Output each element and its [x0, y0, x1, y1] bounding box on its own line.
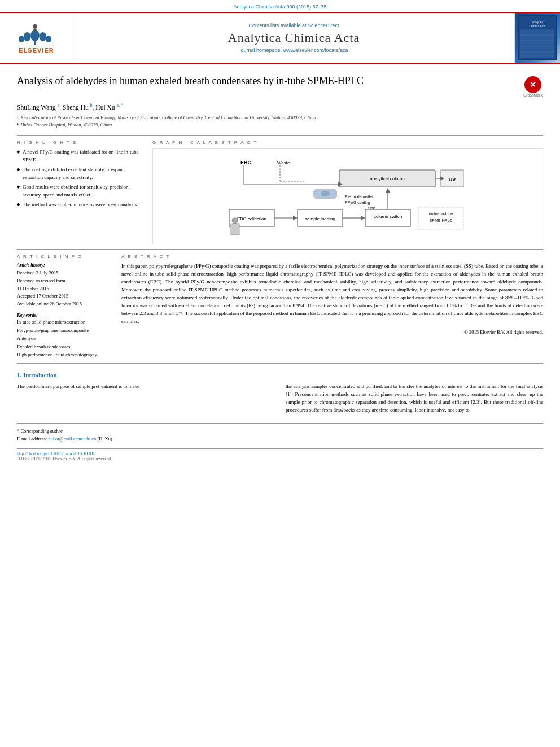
svg-rect-11	[520, 29, 554, 58]
available-date: Available online 26 October 2015	[17, 300, 110, 308]
homepage-url[interactable]: www.elsevier.com/locate/aca	[283, 47, 348, 53]
crossmark-label: CrossMark	[523, 93, 542, 97]
keyword-1: In-tube solid-phase microextraction	[17, 318, 110, 326]
footnotes: * Corresponding author. E-mail address: …	[17, 423, 543, 443]
publisher-logo: ELSEVIER	[0, 13, 73, 63]
science-direct-link: Contents lists available at ScienceDirec…	[248, 23, 339, 28]
article-title-section: Analysis of aldehydes in human exhaled b…	[17, 74, 543, 97]
ga-svg: EBC collection sample loading column swi…	[226, 153, 469, 241]
svg-text:SPME-HPLC: SPME-HPLC	[430, 219, 453, 222]
journal-main-title: Analytica Chimica Acta	[228, 30, 360, 45]
intro-right-col: the analysis samples concentrated and pu…	[286, 383, 543, 414]
intro-left-col: The predominant purpose of sample pretre…	[17, 383, 274, 414]
divider-2	[17, 249, 543, 250]
cover-svg: Analytica Chimica Acta	[518, 15, 557, 60]
section-number: 1.	[17, 372, 21, 378]
abstract-heading: A B S T R A C T	[121, 254, 543, 259]
doi-link[interactable]: http://dx.doi.org/10.1016/j.aca.2015.10.…	[17, 451, 543, 456]
introduction-section: 1. Introduction The predominant purpose …	[17, 372, 543, 414]
list-item: The coating exhibited excellent stabilit…	[17, 166, 141, 181]
graphical-abstract-heading: G R A P H I C A L A B S T R A C T	[152, 140, 543, 145]
article-history-label: Article history:	[17, 263, 110, 268]
svg-text:analytical column: analytical column	[370, 176, 404, 181]
list-item: The method was applied in non-invasive b…	[17, 201, 141, 209]
keyword-3: Aldehyde	[17, 334, 110, 342]
issn-line: 0003-2670/© 2015 Elsevier B.V. All right…	[17, 456, 543, 461]
journal-homepage: journal homepage: www.elsevier.com/locat…	[239, 47, 348, 53]
graphical-abstract-col: G R A P H I C A L A B S T R A C T EBC co…	[152, 140, 543, 244]
svg-marker-23	[361, 216, 365, 220]
intro-right-text: the analysis samples concentrated and pu…	[286, 383, 543, 414]
svg-text:Waste: Waste	[277, 160, 290, 165]
svg-text:Chimica Acta: Chimica Acta	[529, 24, 545, 28]
email-row: E-mail address: huixu@mail.ccnu.edu.cn (…	[17, 435, 543, 443]
abstract-col: A B S T R A C T In this paper, polypyrro…	[121, 254, 543, 359]
svg-text:Electrodeposited: Electrodeposited	[345, 195, 374, 199]
svg-point-3	[40, 32, 46, 41]
abstract-text: In this paper, polypyrrole/graphene (PPy…	[121, 263, 543, 326]
svg-point-5	[46, 36, 51, 42]
article-title: Analysis of aldehydes in human exhaled b…	[17, 74, 517, 88]
science-direct-label[interactable]: ScienceDirect	[308, 23, 339, 28]
keyword-4: Exhaled breath condensates	[17, 343, 110, 351]
crossmark[interactable]: ✕ CrossMark	[523, 76, 543, 97]
list-item: A novel PPy/G coating was fabricated for…	[17, 148, 141, 164]
affiliation-a: a Key Laboratory of Pesticide & Chemical…	[17, 114, 543, 121]
divider-3	[17, 363, 543, 364]
svg-text:tube: tube	[368, 206, 375, 210]
graphical-abstract-diagram: EBC collection sample loading column swi…	[152, 148, 543, 244]
bottom-links: http://dx.doi.org/10.1016/j.aca.2015.10.…	[17, 448, 543, 461]
page: Analytica Chimica Acta 900 (2015) 67–75 …	[0, 0, 560, 747]
svg-rect-50	[231, 224, 239, 235]
svg-point-6	[33, 24, 37, 29]
received-date: Received 3 July 2015	[17, 269, 110, 277]
svg-marker-30	[386, 188, 390, 193]
revised-date: 11 October 2015	[17, 285, 110, 293]
highlights-heading: H I G H L I G H T S	[17, 140, 141, 145]
elsevier-label: ELSEVIER	[19, 47, 54, 54]
section-title: Introduction	[23, 372, 57, 378]
svg-text:sample loading: sample loading	[305, 216, 335, 221]
keyword-2: Polypyrrole/graphene nanocomposite	[17, 326, 110, 334]
intro-title: 1. Introduction	[17, 372, 543, 378]
affiliation-b: b Hubei Cancer Hospital, Wuhan, 430079, …	[17, 121, 543, 129]
content-area: Analysis of aldehydes in human exhaled b…	[0, 64, 560, 467]
article-info-col: A R T I C L E I N F O Article history: R…	[17, 254, 110, 359]
journal-ref: Analytica Chimica Acta 900 (2015) 67–75	[233, 4, 326, 10]
intro-body: The predominant purpose of sample pretre…	[17, 383, 543, 414]
intro-left-text: The predominant purpose of sample pretre…	[17, 383, 274, 391]
journal-title-center: Contents lists available at ScienceDirec…	[73, 13, 515, 63]
publisher-band: ELSEVIER Contents lists available at Sci…	[0, 13, 560, 64]
affiliations: a Key Laboratory of Pesticide & Chemical…	[17, 114, 543, 129]
corresponding-author: * Corresponding author.	[17, 427, 543, 435]
keyword-5: High performance liquid chromatography	[17, 351, 110, 359]
elsevier-tree-icon	[11, 22, 62, 46]
keywords-section: Keywords: In-tube solid-phase microextra…	[17, 312, 110, 359]
article-info-heading: A R T I C L E I N F O	[17, 254, 110, 259]
svg-text:EBC collection: EBC collection	[237, 216, 266, 221]
highlights-list: A novel PPy/G coating was fabricated for…	[17, 148, 141, 209]
info-abstract-section: A R T I C L E I N F O Article history: R…	[17, 254, 543, 359]
svg-text:online In-tube: online In-tube	[429, 212, 453, 216]
svg-point-48	[321, 191, 330, 196]
svg-text:UV: UV	[449, 177, 456, 182]
authors-line: ShuLing Wang a, Sheng Hu b, Hui Xu a, *	[17, 103, 543, 111]
divider-1	[17, 135, 543, 136]
svg-point-1	[30, 30, 40, 41]
keywords-label: Keywords:	[17, 312, 110, 318]
svg-text:Analytica: Analytica	[532, 20, 544, 24]
journal-header: Analytica Chimica Acta 900 (2015) 67–75	[0, 0, 560, 13]
svg-point-4	[19, 36, 24, 42]
email-link[interactable]: huixu@mail.ccnu.edu.cn	[48, 436, 96, 442]
highlights-col: H I G H L I G H T S A novel PPy/G coatin…	[17, 140, 141, 244]
svg-text:PPy/G   coating: PPy/G coating	[345, 200, 370, 205]
crossmark-icon: ✕	[524, 76, 541, 93]
received-revised-label: Received in revised form	[17, 277, 110, 285]
highlights-graphical-section: H I G H L I G H T S A novel PPy/G coatin…	[17, 140, 543, 244]
svg-point-2	[24, 32, 30, 41]
svg-text:EBC: EBC	[240, 160, 252, 165]
svg-point-51	[232, 218, 238, 224]
journal-cover-image: Analytica Chimica Acta	[515, 13, 560, 63]
accepted-date: Accepted 17 October 2015	[17, 292, 110, 300]
svg-marker-19	[293, 216, 298, 220]
